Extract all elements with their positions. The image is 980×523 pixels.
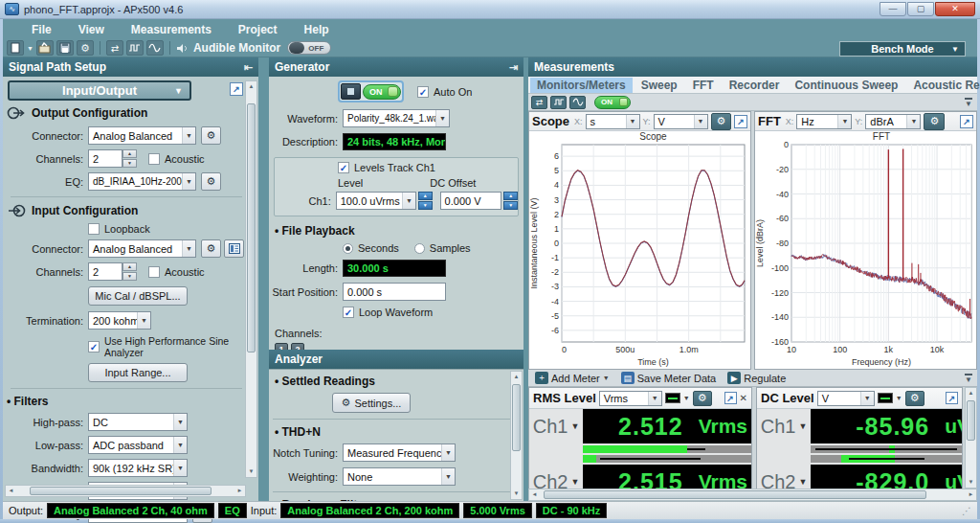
ch1-level-combo[interactable]: 100.0 uVrms▼ [336, 192, 416, 210]
start-position-field[interactable]: 0.000 s [343, 283, 446, 301]
menu-help[interactable]: Help [291, 21, 343, 38]
scope-popout-icon[interactable]: ↗ [734, 115, 747, 128]
rms-settings-button[interactable]: ⚙ [693, 391, 712, 406]
tab-monitors-meters[interactable]: Monitors/Meters [530, 78, 633, 93]
fft-x-units-dropdown[interactable]: Hz▼ [796, 114, 852, 129]
new-project-button[interactable] [7, 40, 24, 56]
tab-sweep[interactable]: Sweep [635, 78, 684, 93]
output-acoustic-checkbox[interactable] [148, 153, 160, 165]
input-channels-value[interactable]: 2 [88, 262, 122, 281]
tab-continuous-sweep[interactable]: Continuous Sweep [788, 78, 904, 93]
meters-vertical-scrollbar[interactable]: ▲ ▼ [965, 387, 977, 489]
low-pass-dropdown[interactable]: ADC passband▼ [88, 436, 188, 454]
generator-on-toggle[interactable]: ON [338, 80, 404, 102]
menu-file[interactable]: File [18, 21, 65, 38]
tab-fft[interactable]: FFT [686, 78, 721, 93]
scroll-up-arrow[interactable]: ▲ [511, 372, 522, 382]
output-config-badge[interactable]: Analog Balanced 2 Ch, 40 ohm [47, 503, 214, 518]
io-mode-selector[interactable]: Input/Output ▼ [8, 80, 191, 101]
menu-view[interactable]: View [65, 21, 118, 38]
loop-waveform-checkbox[interactable]: ✓ [343, 307, 354, 318]
signal-path-popout-icon[interactable]: ↗ [230, 82, 243, 96]
display-style-icon[interactable] [665, 393, 680, 403]
scroll-thumb[interactable] [30, 487, 212, 495]
collapse-right-icon[interactable]: ⇥ [509, 61, 518, 74]
scroll-up-arrow[interactable]: ▲ [246, 81, 256, 92]
monitor-on-toggle[interactable]: ON [594, 96, 631, 109]
samples-radio[interactable] [414, 243, 425, 254]
settings-button[interactable]: ⚙ [77, 40, 94, 56]
levels-track-checkbox[interactable]: ✓ [338, 162, 349, 173]
minimize-button[interactable]: — [880, 2, 906, 16]
hp-sine-checkbox[interactable]: ✓ [88, 341, 100, 352]
input-connector-dropdown[interactable]: Analog Balanced▼ [88, 239, 196, 258]
output-channels-stepper[interactable]: ▲▼ [122, 149, 137, 168]
save-project-button[interactable] [56, 40, 74, 56]
seconds-radio[interactable] [343, 243, 353, 254]
output-eq-settings-button[interactable]: ⚙ [201, 172, 221, 191]
auto-hide-pin-icon[interactable]: ▼ [965, 374, 972, 383]
scope-x-units-dropdown[interactable]: s▼ [586, 114, 640, 129]
close-icon[interactable]: ✕ [740, 393, 747, 403]
open-project-button[interactable] [36, 40, 54, 56]
bandwidth-dropdown[interactable]: 90k (192 kHz SR)▼ [88, 459, 188, 477]
scroll-left-arrow[interactable]: ◄ [529, 489, 540, 500]
input-bandwidth-badge[interactable]: DC - 90 kHz [536, 503, 608, 518]
stop-icon[interactable] [341, 83, 361, 100]
mic-cal-button[interactable]: Mic Cal / dBSPL... [88, 286, 188, 306]
tab-acoustic-response[interactable]: Acoustic Response [906, 78, 980, 93]
rms-unit-dropdown[interactable]: Vrms▼ [599, 391, 662, 406]
rms-ch1-selector[interactable]: Ch1▼ [529, 409, 583, 443]
analyzer-monitor-button[interactable] [569, 96, 586, 109]
ch1-dc-offset-field[interactable]: 0.000 V [440, 192, 502, 210]
input-range-button[interactable]: Input Range... [88, 363, 188, 382]
scroll-thumb[interactable] [512, 384, 521, 451]
generator-monitor-button[interactable] [550, 96, 567, 109]
menu-measurements[interactable]: Measurements [118, 21, 225, 38]
scroll-thumb[interactable] [247, 103, 256, 352]
tab-recorder[interactable]: Recorder [723, 78, 787, 93]
fft-y-units-dropdown[interactable]: dBrA▼ [865, 114, 921, 129]
output-connector-settings-button[interactable]: ⚙ [201, 126, 221, 145]
input-acoustic-checkbox[interactable] [148, 266, 160, 278]
scroll-thumb[interactable] [544, 490, 926, 499]
dc-ch1-selector[interactable]: Ch1▼ [757, 409, 811, 443]
signal-path-monitor-button[interactable]: ⇄ [531, 96, 547, 109]
input-range-badge[interactable]: 5.000 Vrms [463, 503, 532, 518]
analyzer-view-button[interactable] [146, 40, 164, 56]
scroll-left-arrow[interactable]: ◄ [6, 486, 16, 496]
scroll-right-arrow[interactable]: ► [234, 486, 245, 496]
fft-settings-button[interactable]: ⚙ [924, 113, 945, 130]
on-switch[interactable]: ON [363, 84, 401, 100]
output-eq-dropdown[interactable]: dB_IRIAA_10Hz-200kHz.»▼ [88, 172, 196, 191]
scope-y-units-dropdown[interactable]: V▼ [654, 114, 708, 129]
input-channels-stepper[interactable]: ▲▼ [122, 262, 137, 281]
dc-settings-button[interactable]: ⚙ [905, 391, 924, 406]
scroll-down-arrow[interactable]: ▼ [966, 477, 976, 488]
auto-on-checkbox[interactable]: ✓ [417, 86, 429, 98]
dc-ch2-selector[interactable]: Ch2▼ [757, 465, 811, 489]
scroll-thumb[interactable] [967, 400, 975, 441]
settled-settings-button[interactable]: ⚙ Settings... [332, 393, 411, 413]
notch-tuning-dropdown[interactable]: Measured Frequency▼ [343, 443, 456, 462]
input-connector-settings-button[interactable]: ⚙ [201, 239, 221, 258]
new-project-dropdown-caret[interactable]: ▼ [27, 45, 33, 52]
signal-path-horizontal-scrollbar[interactable]: ◄ ► [5, 485, 246, 497]
collapse-left-icon[interactable]: ⇤ [244, 61, 253, 74]
menu-project[interactable]: Project [225, 21, 291, 38]
waveform-dropdown[interactable]: Polarity_48k.24_1.wav▼ [343, 109, 450, 127]
output-connector-dropdown[interactable]: Analog Balanced▼ [88, 126, 196, 145]
regulate-button[interactable]: ▶ Regulate [724, 371, 790, 385]
generator-view-button[interactable] [126, 40, 144, 56]
output-channels-value[interactable]: 2 [88, 149, 122, 168]
input-labels-button[interactable] [224, 239, 244, 258]
output-eq-badge[interactable]: EQ [218, 503, 247, 518]
high-pass-dropdown[interactable]: DC▼ [88, 413, 188, 431]
bench-mode-dropdown[interactable]: Bench Mode ▼ [839, 41, 966, 57]
close-button[interactable]: ✕ [935, 2, 975, 16]
ch1-level-stepper[interactable]: ▲▼ [418, 192, 433, 210]
analyzer-vertical-scrollbar[interactable]: ▲ ▼ [510, 371, 523, 500]
signal-path-view-button[interactable]: ⇄ [106, 40, 123, 56]
resize-grip[interactable]: ⋰ [962, 506, 971, 516]
analyzer-weighting-dropdown[interactable]: None▼ [343, 467, 456, 486]
